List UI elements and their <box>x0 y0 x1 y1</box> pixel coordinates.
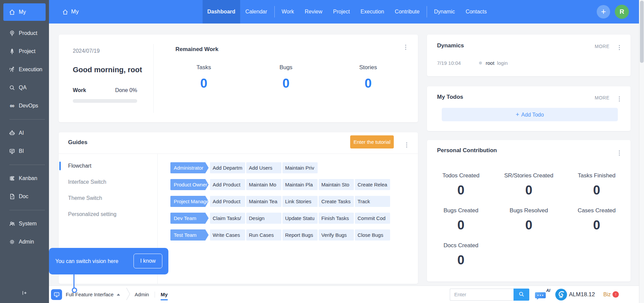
flow-step[interactable]: Maintain Tea <box>246 196 281 207</box>
upgrade-badge-icon[interactable]: ↑ <box>612 291 619 298</box>
flow-step[interactable]: Write Cases <box>210 229 245 241</box>
page-scrollbar[interactable] <box>639 0 644 303</box>
search-button[interactable] <box>514 289 529 301</box>
sidebar-item-label: Doc <box>19 193 28 200</box>
flow-step[interactable]: Maintain Mo <box>246 179 281 190</box>
tab-calendar[interactable]: Calendar <box>240 0 273 24</box>
edition-label[interactable]: Biz <box>603 292 611 298</box>
flow-step[interactable]: Link Stories <box>282 196 318 207</box>
flow-step[interactable]: Add Product <box>210 196 245 207</box>
flow-step[interactable]: Claim Tasks/ <box>210 213 245 224</box>
card-menu-button[interactable] <box>405 141 409 149</box>
sidebar-item-kanban[interactable]: Kanban <box>0 169 49 187</box>
flow-step[interactable]: Maintain Sto <box>319 179 354 190</box>
stat-label: Tasks <box>163 64 245 71</box>
guides-tab-flowchart[interactable]: Flowchart <box>59 158 157 174</box>
contrib-value: 0 <box>427 253 495 267</box>
flow-step[interactable]: Add Product <box>210 179 245 190</box>
flow-role-badge: Project Manager <box>170 196 209 207</box>
flow-step[interactable]: Verify Bugs <box>319 229 354 241</box>
flow-step[interactable]: Maintain Pla <box>282 179 318 190</box>
sidebar-item-label: AI <box>19 130 24 136</box>
sidebar-item-system[interactable]: System <box>0 215 49 233</box>
tab-contribute[interactable]: Contribute <box>389 0 425 24</box>
sidebar-divider <box>9 119 45 120</box>
bottom-crumb-admin[interactable]: Admin <box>135 292 149 297</box>
flow-step[interactable]: Add Departm <box>210 162 245 173</box>
search-input[interactable] <box>450 289 514 301</box>
navbar-tabs: Dashboard Calendar Work Review Project E… <box>203 0 492 24</box>
contrib-label: Tasks Finished <box>563 172 631 179</box>
guides-tab-personalized-setting[interactable]: Personalized setting <box>59 206 157 222</box>
navbar-breadcrumb[interactable]: My <box>62 0 79 24</box>
sidebar-item-project[interactable]: Project <box>0 42 49 60</box>
tab-execution[interactable]: Execution <box>355 0 389 24</box>
flow-step[interactable]: Maintain Priv <box>282 162 318 173</box>
card-menu-button[interactable] <box>618 149 621 157</box>
flow-step[interactable]: Close Bugs <box>355 229 390 241</box>
flow-step[interactable]: Create Relea <box>355 179 390 190</box>
tab-project[interactable]: Project <box>328 0 355 24</box>
stat-value[interactable]: 0 <box>327 76 409 91</box>
sidebar-item-my[interactable]: My <box>3 3 46 21</box>
guides-tab-interface-switch[interactable]: Interface Switch <box>59 174 157 190</box>
card-menu-button[interactable] <box>618 44 621 51</box>
guides-tab-theme-switch[interactable]: Theme Switch <box>59 190 157 206</box>
card-menu-button[interactable] <box>618 95 621 103</box>
zentao-logo[interactable] <box>555 289 567 301</box>
entry-user[interactable]: root <box>486 60 494 66</box>
sidebar-item-bi[interactable]: BI <box>0 142 49 160</box>
dynamics-more-link[interactable]: MORE <box>595 44 609 49</box>
my-todos-card: My Todos MORE +Add Todo <box>427 86 631 131</box>
contrib-label: SR/Stories Created <box>495 172 562 179</box>
sidebar-item-label: System <box>19 221 37 227</box>
sidebar-item-ai[interactable]: AI <box>0 124 49 142</box>
bottom-crumb-my[interactable]: My <box>161 292 168 300</box>
sidebar-item-label: My <box>19 9 26 15</box>
flow-step[interactable]: Commit Cod <box>355 213 390 224</box>
sidebar-item-label: Kanban <box>19 175 37 181</box>
flow-step[interactable]: Design <box>246 213 281 224</box>
flow-step[interactable]: Add Users <box>246 162 281 173</box>
flow-step[interactable]: Update Statu <box>282 213 318 224</box>
sidebar-item-label: QA <box>19 85 26 91</box>
create-button[interactable]: + <box>597 5 610 18</box>
sidebar-item-devops[interactable]: ∞ DevOps <box>0 97 49 115</box>
sidebar-item-execution[interactable]: Execution <box>0 60 49 79</box>
card-menu-button[interactable] <box>404 43 408 51</box>
stat-bugs: Bugs 0 <box>245 64 327 91</box>
sidebar-item-doc[interactable]: Doc <box>0 187 49 206</box>
sidebar-item-product[interactable]: Product <box>0 24 49 42</box>
flow-step[interactable]: Create Tasks <box>319 196 354 207</box>
stat-tasks: Tasks 0 <box>163 64 245 91</box>
tab-review[interactable]: Review <box>300 0 328 24</box>
personal-contribution-card: Personal Contribution Todos Created 0 SR… <box>427 140 631 282</box>
todos-more-link[interactable]: MORE <box>595 95 609 100</box>
flow-step[interactable]: Finish Tasks <box>319 213 354 224</box>
vision-switch-icon[interactable] <box>51 289 62 300</box>
user-avatar[interactable]: R <box>615 5 629 19</box>
add-todo-button[interactable]: +Add Todo <box>442 108 618 121</box>
flow-step[interactable]: Run Cases <box>246 229 281 241</box>
tab-contacts[interactable]: Contacts <box>460 0 492 24</box>
ai-assistant-icon[interactable]: AI <box>535 289 550 301</box>
flow-step[interactable]: Track <box>355 196 390 207</box>
entry-action: login <box>497 60 508 66</box>
scrollbar-thumb[interactable] <box>640 1 644 63</box>
i-know-button[interactable]: I know <box>133 254 162 268</box>
enter-tutorial-button[interactable]: Enter the tutorial <box>350 135 394 148</box>
dynamics-title: Dynamics <box>437 42 464 49</box>
tab-dynamic[interactable]: Dynamic <box>429 0 460 24</box>
caret-up-icon[interactable] <box>117 294 120 296</box>
rocket-icon <box>9 48 15 55</box>
sidebar-collapse-button[interactable] <box>0 286 49 300</box>
tab-dashboard[interactable]: Dashboard <box>203 0 240 24</box>
flow-step[interactable]: Report Bugs <box>282 229 318 241</box>
tab-work[interactable]: Work <box>276 0 300 24</box>
flow-role-badge: Product Owner <box>170 179 209 190</box>
bottom-bar: Full Feature Interface Admin My <box>49 286 639 303</box>
stat-value[interactable]: 0 <box>163 76 245 91</box>
stat-value[interactable]: 0 <box>245 76 327 91</box>
sidebar-item-qa[interactable]: QA <box>0 79 49 97</box>
sidebar-item-admin[interactable]: Admin <box>0 233 49 251</box>
